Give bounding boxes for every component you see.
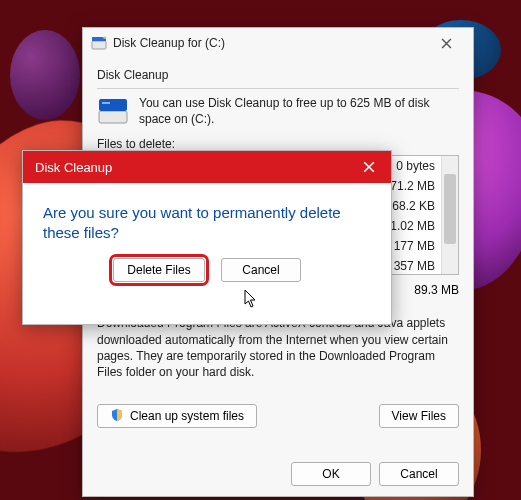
cancel-label: Cancel [400,467,437,481]
total-value: 89.3 MB [414,283,459,297]
shield-icon [110,408,124,425]
dialog-cancel-label: Cancel [242,263,279,277]
svg-rect-4 [102,102,110,104]
close-button[interactable] [425,29,467,57]
cancel-button[interactable]: Cancel [379,462,459,486]
info-text: You can use Disk Cleanup to free up to 6… [139,95,459,127]
description-text: Downloaded Program Files are ActiveX con… [97,315,459,380]
ok-label: OK [322,467,339,481]
view-files-button[interactable]: View Files [379,404,459,428]
section-label: Disk Cleanup [97,68,459,82]
drive-icon [97,95,129,127]
disk-cleanup-icon [91,35,107,51]
cleanup-system-files-button[interactable]: Clean up system files [97,404,257,428]
dialog-message: Are you sure you want to permanently del… [23,183,391,254]
dialog-cancel-button[interactable]: Cancel [221,258,301,282]
cleanup-system-files-label: Clean up system files [130,409,244,423]
scrollbar[interactable] [441,156,458,274]
dialog-title: Disk Cleanup [35,160,347,175]
dialog-titlebar[interactable]: Disk Cleanup [23,151,391,183]
dialog-close-button[interactable] [347,151,391,183]
titlebar[interactable]: Disk Cleanup for (C:) [83,28,473,58]
delete-files-button[interactable]: Delete Files [113,258,205,282]
ok-button[interactable]: OK [291,462,371,486]
delete-files-label: Delete Files [127,263,190,277]
svg-rect-3 [99,99,127,111]
view-files-label: View Files [392,409,446,423]
confirm-dialog: Disk Cleanup Are you sure you want to pe… [22,150,392,325]
window-title: Disk Cleanup for (C:) [113,36,425,50]
svg-rect-0 [92,41,106,49]
scrollbar-thumb[interactable] [444,174,456,244]
svg-rect-2 [99,111,127,123]
